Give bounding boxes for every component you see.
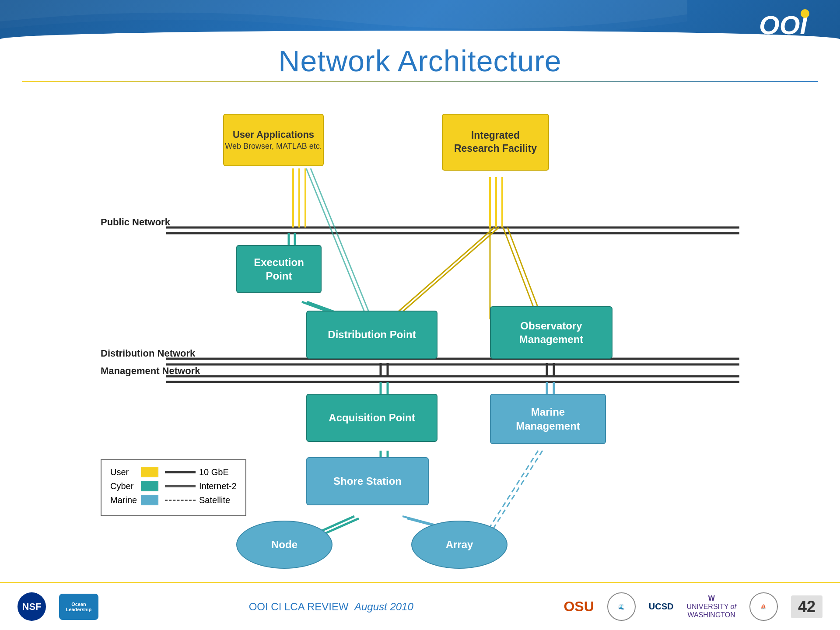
legend-marine-row: Marine Satellite xyxy=(110,495,237,505)
legend-user-color xyxy=(141,467,158,477)
svg-line-35 xyxy=(486,451,538,534)
distribution-point-box: Distribution Point xyxy=(306,311,438,359)
ucsd-logo: UCSD xyxy=(649,602,674,612)
execution-point-box: Execution Point xyxy=(236,245,322,293)
diagram-container: Public Network Distribution Network Mana… xyxy=(22,88,818,578)
svg-line-39 xyxy=(306,168,368,319)
management-network-label: Management Network xyxy=(101,365,200,377)
ocean-leadership-logo: OceanLeadership xyxy=(59,594,98,620)
osu-logo: OSU xyxy=(564,598,594,615)
svg-line-21 xyxy=(503,228,538,319)
integrated-research-facility-box: Integrated Research Facility xyxy=(442,114,549,171)
uw-logo: WUNIVERSITY ofWASHINGTON xyxy=(686,594,736,620)
legend: User 10 GbE Cyber Internet-2 Marine Sat xyxy=(101,459,246,516)
legend-cyber-row: Cyber Internet-2 xyxy=(110,481,237,491)
svg-line-36 xyxy=(490,451,542,534)
noaa-logo: 🌊 xyxy=(607,592,636,621)
nsf-logo: NSF xyxy=(18,592,46,621)
svg-text:OOI: OOI xyxy=(759,10,808,40)
distribution-network-label: Distribution Network xyxy=(101,348,195,359)
page-number: 42 xyxy=(791,595,822,618)
svg-line-18 xyxy=(389,228,494,319)
slide-header xyxy=(0,0,840,48)
user-applications-box: User Applications Web Browser, MATLAB et… xyxy=(223,114,324,166)
legend-cyber-color xyxy=(141,481,158,491)
footer: NSF OceanLeadership OOI CI LCA REVIEW Au… xyxy=(0,582,840,630)
marine-management-box: Marine Management xyxy=(490,394,606,444)
svg-line-40 xyxy=(311,168,372,319)
footer-left-logos: NSF OceanLeadership xyxy=(18,592,98,621)
footer-text: OOI CI LCA REVIEW August 2010 xyxy=(249,601,413,613)
node-ellipse: Node xyxy=(236,521,332,569)
slide-title: Network Architecture xyxy=(0,44,840,78)
svg-line-19 xyxy=(394,228,499,319)
observatory-management-box: Observatory Management xyxy=(490,306,612,359)
shore-station-box: Shore Station xyxy=(306,457,429,505)
acquisition-point-box: Acquisition Point xyxy=(306,394,438,442)
svg-line-22 xyxy=(508,228,542,319)
public-network-label: Public Network xyxy=(101,217,170,228)
array-ellipse: Array xyxy=(411,521,508,569)
sailing-logo: ⛵ xyxy=(749,592,778,621)
legend-marine-color xyxy=(141,495,158,505)
ooi-logo: OOI xyxy=(757,7,814,39)
legend-user-row: User 10 GbE xyxy=(110,467,237,477)
footer-right-logos: OSU 🌊 UCSD WUNIVERSITY ofWASHINGTON ⛵ 42 xyxy=(564,592,822,621)
svg-point-1 xyxy=(801,9,809,18)
title-divider xyxy=(22,81,818,82)
